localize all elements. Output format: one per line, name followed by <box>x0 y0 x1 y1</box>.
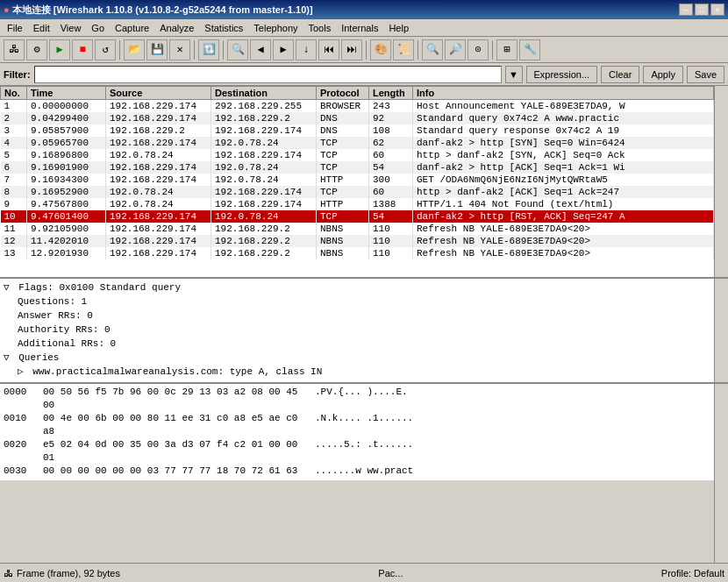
hex-ascii: .....5.: .t...... <box>315 438 413 465</box>
menu-help[interactable]: Help <box>383 21 414 35</box>
toolbar-stop-capture-btn[interactable]: ■ <box>72 39 93 60</box>
table-row[interactable]: 39.05857900192.168.229.2192.168.229.174D… <box>1 124 714 137</box>
detail-item: Authority RRs: 0 <box>4 323 710 337</box>
table-cell: NBNS <box>317 223 369 235</box>
table-cell: NBNS <box>317 235 369 247</box>
table-row[interactable]: 49.05965700192.168.229.174192.0.78.24TCP… <box>1 137 714 149</box>
table-cell: 11.4202010 <box>27 235 106 247</box>
expand-icon[interactable]: ▽ <box>4 282 15 293</box>
toolbar-save-btn[interactable]: 💾 <box>146 39 168 60</box>
table-cell: 2 <box>1 112 27 124</box>
table-row[interactable]: 1211.4202010192.168.229.174192.168.229.2… <box>1 235 714 247</box>
detail-item: ▽ Queries <box>4 351 710 365</box>
table-cell: 192.168.229.174 <box>106 100 211 113</box>
filter-input[interactable] <box>34 66 502 83</box>
hex-pane-scrollbar[interactable] <box>714 384 728 563</box>
apply-button[interactable]: Apply <box>643 66 683 83</box>
table-cell: 192.168.229.174 <box>106 247 211 259</box>
table-cell: 300 <box>369 174 413 186</box>
hex-row: 0030 00 00 00 00 00 00 03 77 77 77 18 70… <box>4 465 710 480</box>
table-cell: danf-ak2 > http [RST, ACK] Seq=247 A <box>413 210 714 223</box>
packet-list-scrollbar[interactable] <box>714 86 728 277</box>
toolbar-interface-btn[interactable]: 🖧 <box>4 39 25 60</box>
menu-telephony[interactable]: Telephony <box>248 21 303 35</box>
table-cell: 1 <box>1 100 27 113</box>
toolbar-find-btn[interactable]: 🔍 <box>227 39 248 60</box>
toolbar-resize-cols-btn[interactable]: ⊞ <box>496 39 517 60</box>
menu-view[interactable]: View <box>55 21 87 35</box>
menu-edit[interactable]: Edit <box>28 21 55 35</box>
close-button[interactable]: × <box>710 4 724 16</box>
hex-row: 0010 00 4e 00 6b 00 00 80 11 ee 31 c0 a8… <box>4 412 710 438</box>
table-row[interactable]: 29.04299400192.168.229.174192.168.229.2D… <box>1 112 714 124</box>
table-cell: 110 <box>369 235 413 247</box>
table-cell: 192.168.229.174 <box>106 137 211 149</box>
table-cell: http > danf-ak2 [ACK] Seq=1 Ack=247 <box>413 186 714 198</box>
toolbar-zoom-normal-btn[interactable]: ⊙ <box>467 39 489 60</box>
table-row[interactable]: 69.16901900192.168.229.174192.0.78.24TCP… <box>1 161 714 174</box>
table-cell: HTTP <box>317 174 369 186</box>
col-length: Length <box>369 87 413 100</box>
toolbar-colorize-btn[interactable]: 🎨 <box>370 39 391 60</box>
menu-go[interactable]: Go <box>86 21 110 35</box>
table-cell: 92 <box>369 112 413 124</box>
maximize-button[interactable]: □ <box>695 4 709 16</box>
table-cell: 192.168.229.2 <box>211 112 317 124</box>
table-row[interactable]: 119.92105900192.168.229.174192.168.229.2… <box>1 223 714 235</box>
save-button[interactable]: Save <box>687 66 724 83</box>
menu-file[interactable]: File <box>2 21 28 35</box>
toolbar-autoscroll-btn[interactable]: 📜 <box>393 39 414 60</box>
menu-internals[interactable]: Internals <box>336 21 383 35</box>
expression-button[interactable]: Expression... <box>526 66 598 83</box>
menu-capture[interactable]: Capture <box>110 21 154 35</box>
menu-statistics[interactable]: Statistics <box>199 21 248 35</box>
table-cell: 9.05857900 <box>27 124 106 137</box>
table-row[interactable]: 99.47567800192.0.78.24192.168.229.174HTT… <box>1 198 714 210</box>
menu-tools[interactable]: Tools <box>303 21 337 35</box>
toolbar-last-btn[interactable]: ⏭ <box>341 39 362 60</box>
toolbar-reload-btn[interactable]: 🔃 <box>198 39 219 60</box>
table-cell: TCP <box>317 161 369 174</box>
col-source: Source <box>106 87 211 100</box>
table-cell: 192.168.229.174 <box>106 112 211 124</box>
table-row[interactable]: 1312.9201930192.168.229.174192.168.229.2… <box>1 247 714 259</box>
table-cell: 11 <box>1 223 27 235</box>
hex-offset: 0010 <box>4 412 43 438</box>
menu-analyze[interactable]: Analyze <box>154 21 199 35</box>
toolbar-start-capture-btn[interactable]: ▶ <box>49 39 70 60</box>
table-cell: 192.168.229.2 <box>211 247 317 259</box>
table-row[interactable]: 89.16952900192.0.78.24192.168.229.174TCP… <box>1 186 714 198</box>
toolbar-prev-btn[interactable]: ◀ <box>250 39 271 60</box>
detail-item: Questions: 1 <box>4 295 710 309</box>
toolbar-close-btn[interactable]: ✕ <box>169 39 190 60</box>
table-row[interactable]: 109.47601400192.168.229.174192.0.78.24TC… <box>1 210 714 223</box>
table-row[interactable]: 10.00000000192.168.229.174292.168.229.25… <box>1 100 714 113</box>
expand-icon[interactable]: ▷ <box>18 366 29 377</box>
detail-item: Additional RRs: 0 <box>4 337 710 351</box>
expand-icon[interactable]: ▽ <box>4 352 15 363</box>
toolbar-zoom-in-btn[interactable]: 🔍 <box>422 39 443 60</box>
table-cell: 192.168.229.174 <box>106 210 211 223</box>
filter-dropdown-btn[interactable]: ▼ <box>505 66 523 83</box>
detail-pane-scrollbar[interactable] <box>714 279 728 382</box>
clear-button[interactable]: Clear <box>601 66 639 83</box>
toolbar-restart-btn[interactable]: ↺ <box>95 39 116 60</box>
toolbar-next-btn[interactable]: ▶ <box>273 39 294 60</box>
table-row[interactable]: 79.16934300192.168.229.174192.0.78.24HTT… <box>1 174 714 186</box>
toolbar-open-btn[interactable]: 📂 <box>124 39 145 60</box>
table-cell: 9.05965700 <box>27 137 106 149</box>
minimize-button[interactable]: ─ <box>679 4 693 16</box>
table-cell: 110 <box>369 223 413 235</box>
toolbar-zoom-out-btn[interactable]: 🔎 <box>445 39 466 60</box>
table-cell: 192.168.229.174 <box>211 198 317 210</box>
toolbar-goto-btn[interactable]: ↓ <box>296 39 317 60</box>
toolbar-first-btn[interactable]: ⏮ <box>318 39 339 60</box>
table-cell: 54 <box>369 161 413 174</box>
table-cell: Refresh NB YALE-689E3E7DA9<20> <box>413 247 714 259</box>
toolbar-preferences-btn[interactable]: 🔧 <box>519 39 540 60</box>
toolbar-capture-options-btn[interactable]: ⚙ <box>26 39 47 60</box>
table-cell: 110 <box>369 247 413 259</box>
toolbar-separator-4 <box>366 40 367 60</box>
hex-row: 0000 00 50 56 f5 7b 96 00 0c 29 13 03 a2… <box>4 386 710 412</box>
table-row[interactable]: 59.16896800192.0.78.24192.168.229.174TCP… <box>1 149 714 161</box>
